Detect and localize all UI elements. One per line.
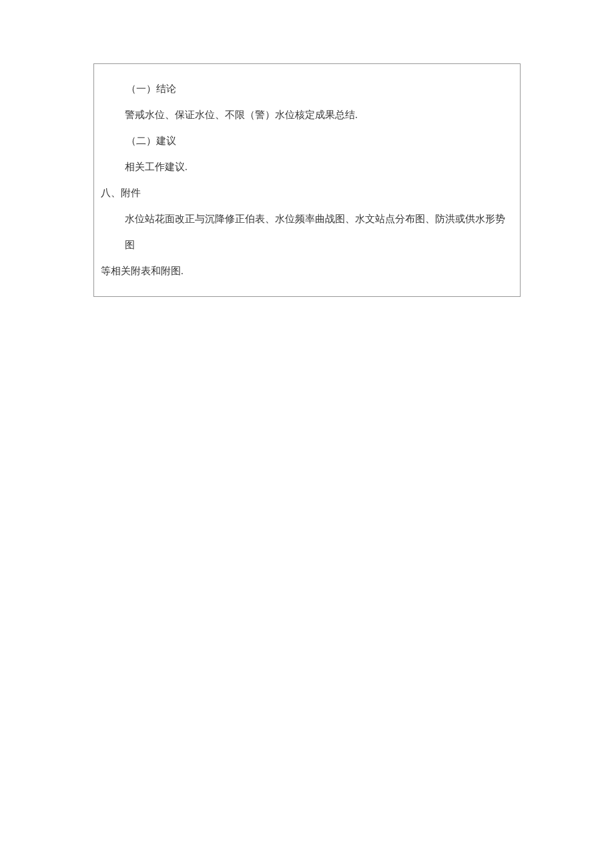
conclusion-heading: （一）结论 <box>101 76 513 102</box>
document-content-box: （一）结论 警戒水位、保证水位、不限（警）水位核定成果总结. （二）建议 相关工… <box>93 63 521 297</box>
suggestion-heading: （二）建议 <box>101 128 513 154</box>
attachment-body-line1: 水位站花面改正与沉降修正伯表、水位频率曲战图、水文站点分布图、防洪或供水形势图 <box>101 206 513 258</box>
suggestion-body: 相关工作建议. <box>101 154 513 180</box>
attachment-body-line2: 等相关附表和附图. <box>101 258 513 284</box>
attachment-heading: 八、附件 <box>101 180 513 206</box>
conclusion-body: 警戒水位、保证水位、不限（警）水位核定成果总结. <box>101 102 513 128</box>
